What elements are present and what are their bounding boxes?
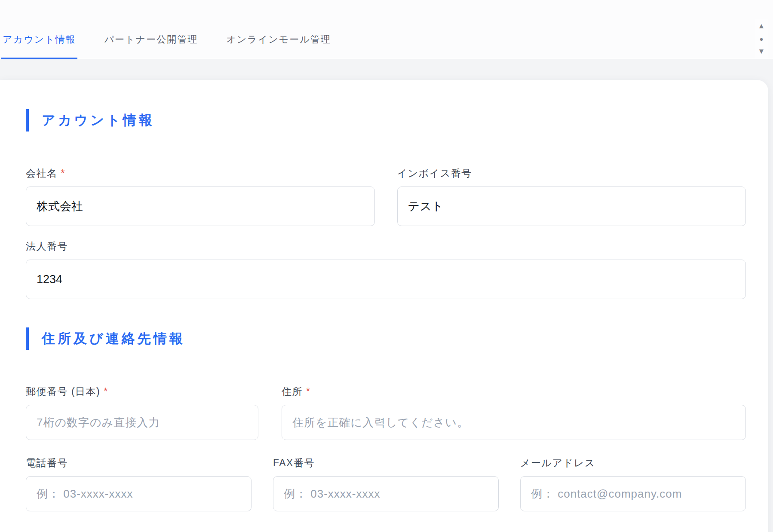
company-name-label-row: 会社名* xyxy=(26,167,375,180)
address-required-mark: * xyxy=(306,386,310,397)
email-input[interactable] xyxy=(520,476,746,511)
section-header-contact: 住所及び連絡先情報 xyxy=(26,327,746,350)
postal-code-input[interactable] xyxy=(26,405,258,440)
field-fax: FAX番号 xyxy=(273,456,499,511)
field-address: 住所* xyxy=(282,385,746,440)
tab-bar: アカウント情報 パートナー公開管理 オンラインモール管理 xyxy=(0,0,773,59)
address-label-row: 住所* xyxy=(282,385,746,398)
field-email: メールアドレス xyxy=(520,456,746,511)
scroll-down-icon[interactable]: ▼ xyxy=(758,48,765,55)
corporate-number-label: 法人番号 xyxy=(26,241,68,252)
tab-online-mall[interactable]: オンラインモール管理 xyxy=(225,0,332,59)
section-header-account: アカウント情報 xyxy=(26,109,746,131)
field-corporate-number: 法人番号 xyxy=(26,240,746,299)
row-postal-address: 郵便番号 (日本)* 住所* xyxy=(26,385,746,440)
section-title-contact: 住所及び連絡先情報 xyxy=(42,330,185,348)
company-name-label: 会社名 xyxy=(26,168,58,179)
tab-account-info[interactable]: アカウント情報 xyxy=(1,0,77,59)
invoice-number-input[interactable] xyxy=(397,187,746,226)
row-phone-fax-email: 電話番号 FAX番号 メールアドレス xyxy=(26,456,746,511)
address-input[interactable] xyxy=(282,405,746,440)
scroll-up-icon[interactable]: ▲ xyxy=(758,22,765,30)
account-form-card: アカウント情報 会社名* インボイス番号 法人番号 xyxy=(0,80,768,532)
row-company-invoice: 会社名* インボイス番号 xyxy=(26,167,746,226)
address-label: 住所 xyxy=(282,386,303,397)
scroll-dot-icon[interactable]: ● xyxy=(759,36,763,42)
tab-online-mall-label: オンラインモール管理 xyxy=(226,33,331,46)
section-title-account: アカウント情報 xyxy=(42,111,155,129)
phone-label-row: 電話番号 xyxy=(26,456,252,470)
email-label: メールアドレス xyxy=(520,457,595,468)
postal-code-required-mark: * xyxy=(104,386,107,397)
field-company-name: 会社名* xyxy=(26,167,375,226)
company-name-required-mark: * xyxy=(61,168,65,179)
invoice-number-label-row: インボイス番号 xyxy=(397,167,746,180)
fax-input[interactable] xyxy=(273,476,499,511)
fax-label-row: FAX番号 xyxy=(273,456,499,470)
field-invoice-number: インボイス番号 xyxy=(397,167,746,226)
company-name-input[interactable] xyxy=(26,187,375,226)
tab-partner-publication[interactable]: パートナー公開管理 xyxy=(103,0,199,59)
field-phone: 電話番号 xyxy=(26,456,252,511)
postal-code-label: 郵便番号 (日本) xyxy=(26,386,100,397)
fax-label: FAX番号 xyxy=(273,457,315,468)
phone-input[interactable] xyxy=(26,476,252,511)
corporate-number-input[interactable] xyxy=(26,260,746,299)
invoice-number-label: インボイス番号 xyxy=(397,168,472,179)
phone-label: 電話番号 xyxy=(26,457,68,468)
section-accent-bar xyxy=(26,109,29,131)
scroll-widget: ▲ ● ▼ xyxy=(755,19,768,58)
section-accent-bar xyxy=(26,327,29,350)
postal-code-label-row: 郵便番号 (日本)* xyxy=(26,385,258,398)
tab-partner-publication-label: パートナー公開管理 xyxy=(104,33,198,46)
tab-account-info-label: アカウント情報 xyxy=(3,33,76,46)
email-label-row: メールアドレス xyxy=(520,456,746,470)
row-corporate-number: 法人番号 xyxy=(26,240,746,299)
account-settings-screen: アカウント情報 パートナー公開管理 オンラインモール管理 ▲ ● ▼ アカウント… xyxy=(0,0,773,532)
corporate-number-label-row: 法人番号 xyxy=(26,240,746,253)
field-postal-code: 郵便番号 (日本)* xyxy=(26,385,258,440)
